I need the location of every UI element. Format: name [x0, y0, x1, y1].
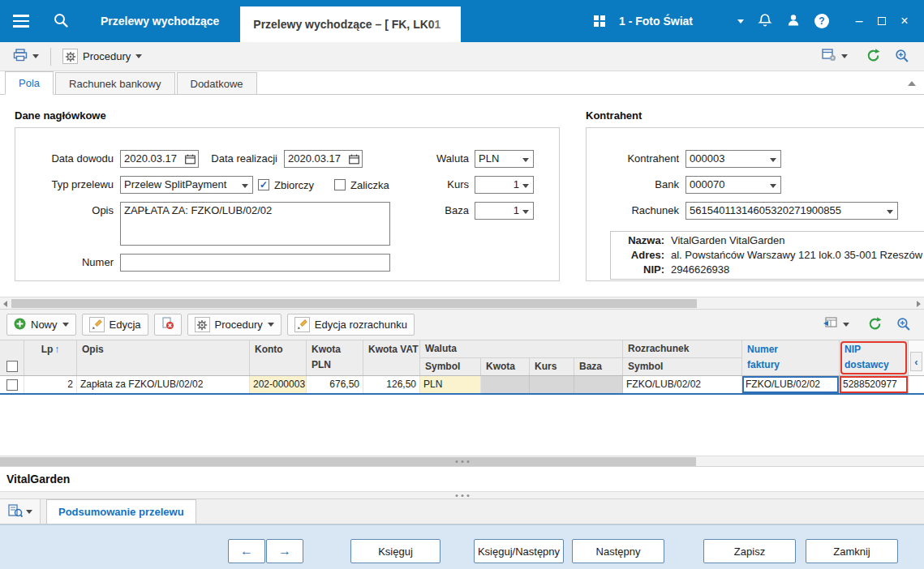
column-header-numer-faktury[interactable]: Numer faktury: [742, 340, 840, 375]
column-header-rozrachunek-symbol[interactable]: Symbol: [623, 358, 742, 375]
tab-pola[interactable]: Pola: [5, 71, 54, 95]
zamknij-button[interactable]: Zamknij: [806, 539, 898, 563]
column-header-kwota-pln[interactable]: Kwota PLN: [307, 340, 363, 375]
chevron-down-icon: [242, 184, 248, 188]
delete-button[interactable]: [154, 314, 182, 336]
grid-row-selected[interactable]: 2 Zapłata za FZKO/LUB/02/02 202-000003 6…: [0, 376, 924, 395]
nastepny-button[interactable]: Następny: [572, 539, 664, 563]
procedury-button[interactable]: Procedury: [58, 45, 147, 67]
next-record-button[interactable]: →: [266, 539, 303, 563]
opis-label: Opis: [16, 202, 114, 220]
column-header-waluta-kurs[interactable]: Kurs: [530, 358, 574, 375]
nowy-button[interactable]: Nowy: [6, 314, 76, 336]
ksieguj-button[interactable]: Księguj: [350, 539, 441, 563]
search-button[interactable]: [42, 0, 80, 42]
cell-opis[interactable]: Zapłata za FZKO/LUB/02/02: [77, 376, 250, 393]
row-select-cell[interactable]: [0, 376, 24, 393]
kurs-select[interactable]: 1: [475, 176, 534, 194]
splitter-handle[interactable]: [455, 460, 469, 463]
grid-procedury-button[interactable]: Procedury: [187, 314, 281, 336]
zapisz-button[interactable]: Zapisz: [703, 539, 796, 563]
print-button[interactable]: [8, 45, 44, 67]
column-header-waluta[interactable]: Waluta: [420, 340, 622, 358]
maximize-button[interactable]: [870, 9, 893, 33]
cell-lp[interactable]: 2: [24, 376, 77, 393]
data-realizacji-input[interactable]: 2020.03.17: [284, 150, 363, 168]
bank-select[interactable]: 000070: [685, 176, 781, 194]
user-account-icon[interactable]: [786, 13, 801, 30]
waluta-select[interactable]: PLN: [475, 150, 534, 168]
search-zoom-button[interactable]: [894, 48, 909, 66]
grid-search-zoom-button[interactable]: [896, 316, 911, 334]
column-header-rozrachunek[interactable]: Rozrachunek: [623, 340, 741, 358]
scroll-right-arrow[interactable]: [917, 301, 921, 307]
typ-przelewu-select[interactable]: Przelew SplitPayment: [120, 176, 253, 194]
column-header-opis[interactable]: Opis: [77, 340, 250, 375]
app-tab-przelewy-wychodzace[interactable]: Przelewy wychodzące: [80, 0, 240, 42]
grid-horizontal-scrollbar[interactable]: [0, 456, 924, 467]
collapse-side-panel-button[interactable]: ‹: [910, 352, 922, 371]
splitter-handle[interactable]: [455, 494, 469, 497]
rachunek-select[interactable]: 56154011314605320271900855: [685, 202, 898, 220]
grid-refresh-button[interactable]: [867, 316, 883, 334]
column-header-nip-dostawcy[interactable]: NIP dostawcy: [840, 340, 909, 375]
select-all-checkbox[interactable]: [0, 340, 24, 375]
column-header-waluta-symbol[interactable]: Symbol: [420, 358, 481, 375]
cell-waluta-symbol[interactable]: PLN: [420, 376, 481, 393]
bank-label: Bank: [590, 176, 679, 194]
calendar-icon[interactable]: [349, 154, 359, 167]
app-tab-active[interactable]: Przelewy wychodzące – [ FK, LK01: [240, 6, 461, 42]
cell-kwota-pln[interactable]: 676,50: [307, 376, 363, 393]
cell-rozrachunek-symbol[interactable]: FZKO/LUB/02/02: [623, 376, 742, 393]
scroll-left-arrow[interactable]: [3, 301, 7, 307]
baza-select[interactable]: 1: [475, 202, 534, 220]
kontrahent-select[interactable]: 000003: [685, 150, 781, 168]
tab-rachunek-bankowy[interactable]: Rachunek bankowy: [55, 72, 174, 94]
edycja-rozrachunku-button[interactable]: Edycja rozrachunku: [287, 314, 415, 336]
checkbox-unchecked-icon: [334, 179, 346, 190]
view-settings-button[interactable]: [817, 45, 853, 67]
form-horizontal-scrollbar[interactable]: [0, 297, 924, 310]
cell-numer-faktury-selected[interactable]: FZKO/LUB/02/02: [742, 376, 840, 393]
hamburger-menu-button[interactable]: [0, 0, 42, 42]
tab-dodatkowe[interactable]: Dodatkowe: [177, 72, 257, 94]
scrollbar-thumb[interactable]: [0, 457, 696, 466]
numer-label: Numer: [16, 254, 114, 272]
opis-textarea[interactable]: ZAPŁATA ZA: FZKO/LUB/02/02: [120, 202, 390, 246]
company-selector[interactable]: 1 - Foto Świat: [619, 15, 744, 28]
summary-splitter[interactable]: [0, 491, 924, 499]
chevron-down-icon: [26, 510, 32, 514]
grid-view-button[interactable]: [819, 314, 854, 336]
zaliczka-checkbox[interactable]: Zaliczka: [334, 178, 389, 192]
column-header-kwota-vat[interactable]: Kwota VAT: [363, 340, 420, 375]
minimize-button[interactable]: –: [848, 9, 870, 33]
help-icon[interactable]: ?: [814, 14, 829, 28]
cell-konto[interactable]: 202-000003: [250, 376, 307, 393]
previous-record-button[interactable]: ←: [228, 539, 265, 563]
apps-grid-icon[interactable]: [594, 15, 605, 27]
ksieguj-nastepny-button[interactable]: Księguj/Następny: [474, 539, 564, 563]
numer-input[interactable]: [120, 254, 390, 272]
gear-icon: [195, 317, 210, 332]
grid-side-strip: ‹: [909, 340, 924, 375]
column-header-waluta-kwota[interactable]: Kwota: [481, 358, 530, 375]
summary-view-button[interactable]: [0, 499, 41, 524]
close-button[interactable]: ×: [893, 9, 916, 33]
cell-kwota-vat[interactable]: 126,50: [363, 376, 420, 393]
cell-nip-dostawcy[interactable]: 5288520977: [840, 376, 909, 393]
column-header-konto[interactable]: Konto: [250, 340, 307, 375]
waluta-label: Waluta: [396, 150, 469, 168]
tab-podsumowanie-przelewu[interactable]: Podsumowanie przelewu: [46, 499, 196, 524]
notifications-bell-icon[interactable]: [758, 13, 772, 30]
typ-przelewu-label: Typ przelewu: [16, 176, 114, 194]
bottom-tabs: Podsumowanie przelewu: [0, 499, 924, 524]
column-header-lp[interactable]: Lp↑: [24, 340, 77, 375]
data-dowodu-input[interactable]: 2020.03.17: [120, 150, 199, 168]
chevron-down-icon: [268, 323, 274, 327]
column-header-waluta-baza[interactable]: Baza: [574, 358, 623, 375]
refresh-button[interactable]: [866, 48, 881, 66]
edycja-button[interactable]: Edycja: [82, 314, 148, 336]
collapse-panel-button[interactable]: [906, 79, 918, 88]
zbiorczy-checkbox[interactable]: ✓ Zbiorczy: [258, 178, 314, 192]
scrollbar-thumb[interactable]: [11, 299, 697, 308]
